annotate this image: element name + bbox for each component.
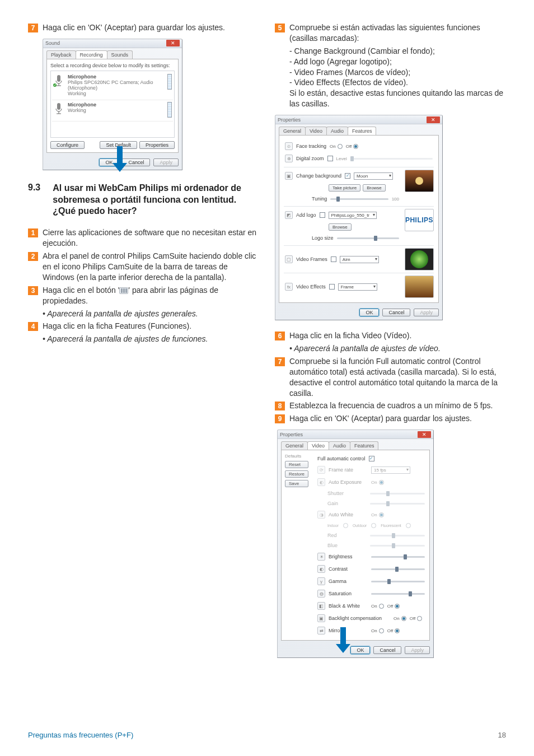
- logo-preview: PHILIPS: [405, 209, 434, 231]
- sound-dialog-screenshot: Sound ✕ Playback Recording Sounds Select…: [43, 39, 182, 170]
- background-icon: ▣: [285, 172, 293, 180]
- props-title: Properties: [278, 117, 301, 123]
- bg-select[interactable]: Moon: [354, 172, 393, 180]
- step-text: Haga clic en el botón '' para abrir las …: [43, 285, 259, 306]
- browse-button[interactable]: Browse: [329, 223, 352, 231]
- browse-button[interactable]: Browse: [363, 184, 386, 192]
- zoom-checkbox[interactable]: [327, 156, 333, 161]
- svg-marker-9: [336, 627, 350, 653]
- apply-button[interactable]: Apply: [414, 309, 439, 316]
- tab-playback[interactable]: Playback: [46, 50, 76, 59]
- step-number: 3: [28, 286, 38, 295]
- frames-select[interactable]: Aim: [340, 256, 379, 263]
- exposure-icon: ◐: [317, 478, 325, 486]
- step-number: 7: [275, 357, 285, 366]
- step-number: 6: [275, 332, 285, 340]
- two-column-layout: 7 Haga clic en 'OK' (Aceptar) para guard…: [28, 22, 506, 668]
- arrow-annotation-icon: [334, 627, 353, 654]
- effects-checkbox[interactable]: [329, 284, 335, 290]
- tab-recording[interactable]: Recording: [76, 50, 107, 59]
- step-6-note: • Aparecerá la pantalla de ajustes de ví…: [275, 343, 506, 354]
- sound-device-2[interactable]: Microphone Working: [52, 100, 173, 122]
- svg-point-8: [415, 177, 423, 185]
- close-icon[interactable]: ✕: [166, 40, 180, 46]
- reset-button[interactable]: Reset: [285, 461, 308, 468]
- heading-text: Al usar mi WebCam Philips mi ordenador d…: [53, 183, 259, 217]
- sound-title: Sound: [45, 40, 60, 46]
- step-number: 8: [275, 402, 285, 410]
- tab-general[interactable]: General: [279, 127, 306, 135]
- section-heading: 9.3 Al usar mi WebCam Philips mi ordenad…: [28, 183, 259, 217]
- save-button[interactable]: Save: [285, 480, 308, 487]
- step5-line-2: - Video Frames (Marcos de vídeo);: [275, 67, 506, 78]
- tab-sounds[interactable]: Sounds: [107, 50, 133, 59]
- step-number: 7: [28, 24, 38, 32]
- svg-marker-7: [113, 146, 127, 172]
- configure-button[interactable]: Configure: [50, 141, 85, 149]
- logo-select[interactable]: PhilipsLogo_550_tr: [329, 212, 377, 219]
- microphone-icon: [53, 102, 64, 115]
- ok-button[interactable]: OK: [359, 309, 379, 316]
- gamma-icon: γ: [317, 577, 325, 585]
- apply-button[interactable]: Apply: [153, 158, 179, 166]
- tab-general[interactable]: General: [281, 441, 308, 450]
- page-number: 18: [498, 731, 506, 739]
- svg-rect-0: [57, 75, 60, 82]
- close-icon[interactable]: ✕: [418, 431, 431, 438]
- sound-device-1[interactable]: Microphone Philips SPC620NC PC Camera; A…: [52, 72, 173, 100]
- saturation-icon: ◍: [317, 590, 325, 598]
- step5-line-3: - Video Effects (Efectos de vídeo).: [275, 77, 506, 88]
- logo-checkbox[interactable]: [320, 212, 325, 218]
- cancel-button[interactable]: Cancel: [382, 309, 410, 316]
- step-number: 9: [275, 414, 285, 423]
- close-icon[interactable]: ✕: [427, 116, 440, 123]
- step-4-note: • Aparecerá la pantalla de ajustes de fu…: [28, 334, 259, 344]
- step-text: Compruebe si la función Full automatic c…: [289, 356, 506, 399]
- tab-audio[interactable]: Audio: [326, 127, 348, 135]
- take-picture-button[interactable]: Take picture: [329, 184, 360, 192]
- fullauto-checkbox[interactable]: ✓: [369, 456, 374, 461]
- bg-checkbox[interactable]: ✓: [345, 173, 350, 179]
- tab-audio[interactable]: Audio: [329, 441, 350, 450]
- framerate-icon: ⟳: [317, 466, 325, 474]
- properties-button[interactable]: Properties: [139, 141, 175, 149]
- step-7: 7 Compruebe si la función Full automatic…: [275, 356, 506, 399]
- apply-button[interactable]: Apply: [405, 646, 430, 654]
- step5-line-0: - Change Background (Cambiar el fondo);: [275, 46, 506, 57]
- step-text: Establezca la frecuencia de cuadros a un…: [289, 400, 506, 411]
- frames-checkbox[interactable]: [331, 256, 336, 262]
- step-text: Haga clic en la ficha Video (Vídeo).: [289, 330, 506, 341]
- step-text: Cierre las aplicaciones de software que …: [43, 227, 259, 249]
- on-radio[interactable]: [338, 144, 343, 149]
- step-text: Haga clic en 'OK' (Aceptar) para guardar…: [43, 22, 259, 33]
- tab-video[interactable]: Video: [307, 441, 329, 450]
- frames-icon: ▢: [285, 255, 293, 263]
- bg-preview: [405, 170, 434, 192]
- level-meter: [167, 102, 172, 118]
- heading-number: 9.3: [28, 183, 40, 217]
- effects-icon: fx: [285, 283, 293, 291]
- step-text: Abra el panel de control Philips CamSuit…: [43, 251, 259, 283]
- step-6: 6 Haga clic en la ficha Video (Vídeo).: [275, 330, 506, 341]
- step-number: 1: [28, 228, 38, 237]
- props-title: Properties: [280, 432, 303, 437]
- page-footer: Preguntas más frecuentes (P+F) 18: [28, 731, 506, 739]
- cancel-button[interactable]: Cancel: [373, 646, 401, 654]
- step-8: 8 Establezca la frecuencia de cuadros a …: [275, 400, 506, 411]
- step-3-note: • Aparecerá la pantalla de ajustes gener…: [28, 309, 259, 319]
- fps-select[interactable]: 15 fps: [371, 466, 410, 474]
- tab-video[interactable]: Video: [305, 127, 327, 135]
- restore-button[interactable]: Restore: [285, 470, 308, 478]
- tab-features[interactable]: Features: [350, 441, 379, 450]
- left-column: 7 Haga clic en 'OK' (Aceptar) para guard…: [28, 22, 259, 668]
- right-column: 5 Compruebe si están activadas las sigui…: [275, 22, 506, 668]
- step-9: 9 Haga clic en 'OK' (Aceptar) para guard…: [275, 413, 506, 424]
- wb-icon: ◑: [317, 511, 325, 519]
- step5-line-4: Si lo están, desactive estas funciones q…: [275, 88, 506, 109]
- step-7-left: 7 Haga clic en 'OK' (Aceptar) para guard…: [28, 22, 259, 33]
- bw-icon: ◧: [317, 602, 325, 610]
- ok-button[interactable]: OK: [350, 646, 370, 654]
- tab-features[interactable]: Features: [348, 127, 377, 135]
- off-radio[interactable]: [353, 144, 358, 149]
- effects-select[interactable]: Frame: [338, 283, 377, 291]
